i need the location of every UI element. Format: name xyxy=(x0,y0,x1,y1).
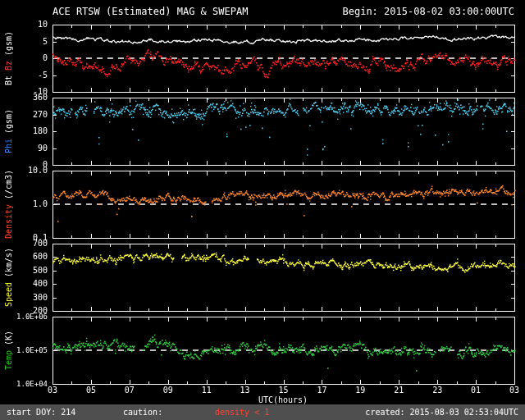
y-axis-label-mag: Bt Bz (gsm) xyxy=(2,25,15,92)
y-axis-label-temp: Temp (K) xyxy=(2,317,15,384)
ace-rtsw-plot: ACE RTSW (Estimated) MAG & SWEPAM Begin:… xyxy=(0,0,525,420)
axis-label-part: Phi xyxy=(4,134,13,153)
y-axis-label-speed: Speed (km/s) xyxy=(2,244,15,311)
plot-title: ACE RTSW (Estimated) MAG & SWEPAM xyxy=(52,6,248,17)
y-axis-label-density: Density (/cm3) xyxy=(2,171,15,238)
footer-bar: start DOY: 214 caution: density < 1 crea… xyxy=(0,404,525,420)
caution-label: caution: xyxy=(123,408,162,417)
plot-canvas xyxy=(0,0,525,420)
axis-label-part: Temp xyxy=(4,345,13,370)
axis-label-part: (gsm) xyxy=(4,31,13,56)
axis-label-part: (K) xyxy=(4,331,13,345)
begin-timestamp: Begin: 2015-08-02 03:00:00UTC xyxy=(342,6,514,17)
created-timestamp: created: 2015-08-03 02:53:04UTC xyxy=(365,408,518,417)
y-axis-label-phi: Phi (gsm) xyxy=(2,98,15,165)
axis-label-part: Bt xyxy=(4,71,13,85)
start-doy-text: start DOY: 214 xyxy=(7,408,75,417)
axis-label-part: (gsm) xyxy=(4,109,13,134)
axis-label-part: (km/s) xyxy=(4,248,13,277)
axis-label-part: Bz xyxy=(4,56,13,71)
axis-label-part: Density xyxy=(4,199,13,239)
axis-label-part: (/cm3) xyxy=(4,170,13,199)
caution-value: density < 1 xyxy=(215,408,269,417)
x-axis-title: UTC(hours) xyxy=(232,395,334,404)
axis-label-part: Speed xyxy=(4,277,13,307)
